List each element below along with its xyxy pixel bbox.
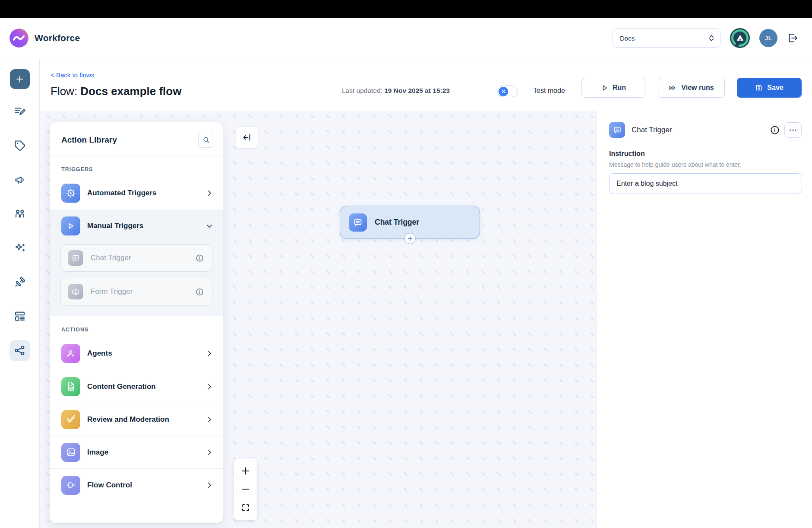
play-icon: [61, 216, 80, 235]
last-updated-label: Last updated:: [342, 87, 384, 94]
sidebar-item-integrations[interactable]: [9, 272, 30, 293]
category-flow-control[interactable]: Flow Control: [50, 468, 223, 501]
chevron-right-icon: [205, 416, 213, 423]
view-runs-button[interactable]: View runs: [658, 78, 725, 98]
megaphone-icon: [13, 173, 26, 186]
triggers-section-label: TRIGGERS: [50, 156, 223, 177]
info-icon[interactable]: [195, 254, 204, 263]
canvas-zoom-controls: [234, 458, 257, 520]
icon-sidebar: [0, 59, 40, 528]
user-avatar[interactable]: JL: [759, 29, 777, 47]
fast-forward-icon: [669, 84, 677, 92]
page-title-prefix: Flow:: [51, 85, 80, 98]
search-icon: [202, 136, 210, 144]
collapse-library-button[interactable]: [236, 126, 258, 149]
zoom-in-button[interactable]: [237, 463, 254, 479]
last-updated-value: 19 Nov 2025 at 15:23: [384, 87, 450, 94]
page-header: < Back to flows Flow: Docs example flow …: [40, 59, 812, 110]
sidebar-item-flows[interactable]: [9, 340, 30, 361]
chevron-right-icon: [205, 189, 213, 197]
action-library-title: Action Library: [61, 135, 198, 145]
app-header: Workforce Docs JL: [0, 18, 812, 58]
document-ai-icon: AI: [61, 377, 80, 396]
flow-gate-icon: [61, 476, 80, 495]
run-button[interactable]: Run: [581, 78, 645, 98]
sidebar-item-tags[interactable]: [9, 135, 30, 156]
plus-icon: [15, 74, 25, 84]
chat-bubble-icon: [609, 122, 625, 138]
header-actions: Docs JL: [613, 28, 799, 48]
minus-icon: [240, 484, 251, 494]
category-content-generation[interactable]: AI Content Generation: [50, 370, 223, 403]
sidebar-item-pages[interactable]: [9, 306, 30, 327]
category-label: Manual Triggers: [87, 222, 205, 230]
inspector-header: Chat Trigger: [609, 122, 802, 138]
category-label: Content Generation: [87, 382, 205, 391]
chevron-right-icon: [205, 383, 213, 391]
category-image[interactable]: Image: [50, 436, 223, 468]
add-node-connector[interactable]: [404, 233, 416, 244]
info-icon[interactable]: [195, 287, 204, 296]
chevron-right-icon: [205, 350, 213, 357]
flow-node-chat-trigger[interactable]: Chat Trigger: [340, 206, 480, 239]
instruction-field-label: Instruction: [609, 150, 802, 158]
gear-play-icon: [61, 184, 80, 203]
node-inspector-panel: Chat Trigger Instruction Message to help…: [597, 111, 812, 528]
drive-status-badge[interactable]: [730, 28, 750, 48]
instruction-input[interactable]: [609, 173, 802, 194]
ellipsis-icon: [789, 129, 797, 131]
test-mode-toggle[interactable]: [497, 86, 518, 97]
library-item-chat-trigger[interactable]: Chat Trigger: [60, 244, 212, 272]
back-to-flows-link[interactable]: < Back to flows: [51, 71, 94, 79]
brand-name: Workforce: [35, 33, 80, 43]
x-icon: [501, 89, 506, 94]
test-mode-label: Test mode: [533, 87, 565, 95]
chevron-down-icon: [205, 222, 213, 230]
node-more-button[interactable]: [784, 122, 802, 138]
category-label: Image: [87, 448, 205, 457]
action-library-panel: Action Library TRIGGERS Automated Trigge…: [50, 122, 223, 523]
toggle-knob: [499, 87, 508, 96]
sidebar-item-compose[interactable]: [9, 101, 30, 122]
manual-triggers-group: Manual Triggers Chat Trigger: [50, 210, 223, 316]
sidebar-item-audience[interactable]: [9, 204, 30, 224]
category-agents[interactable]: Agents: [50, 337, 223, 370]
instruction-field-help: Message to help guide users about what t…: [609, 161, 802, 168]
sparkles-icon: [13, 242, 26, 254]
workspace-select[interactable]: Docs: [613, 29, 720, 48]
view-runs-button-label: View runs: [681, 84, 714, 92]
agent-bolt-icon: [61, 344, 80, 363]
sidebar-item-ai[interactable]: [9, 238, 30, 258]
collapse-left-icon: [242, 132, 252, 143]
app-window: Workforce Docs JL: [0, 0, 812, 528]
category-label: Review and Moderation: [87, 415, 205, 424]
zoom-out-button[interactable]: [237, 481, 254, 497]
new-flow-button[interactable]: [10, 69, 30, 89]
category-label: Automated Triggers: [87, 189, 205, 197]
info-icon: [770, 125, 780, 135]
compose-icon: [13, 105, 26, 118]
category-automated-triggers[interactable]: Automated Triggers: [50, 177, 223, 210]
plus-icon: [408, 236, 413, 241]
category-manual-triggers[interactable]: Manual Triggers: [50, 210, 223, 242]
fit-view-icon: [240, 503, 251, 513]
library-item-form-trigger[interactable]: Form Trigger: [60, 278, 212, 305]
play-outline-icon: [601, 84, 608, 92]
sidebar-item-campaigns[interactable]: [9, 169, 30, 190]
category-label: Flow Control: [87, 481, 205, 490]
drive-icon: [736, 35, 744, 41]
save-button[interactable]: Save: [737, 78, 802, 98]
library-item-label: Chat Trigger: [91, 254, 195, 262]
node-info-button[interactable]: [769, 124, 781, 136]
fit-view-button[interactable]: [237, 499, 254, 516]
workforce-logo-icon: [9, 29, 28, 48]
svg-text:AI: AI: [70, 388, 72, 389]
flow-canvas[interactable]: Action Library TRIGGERS Automated Trigge…: [40, 111, 597, 528]
inspector-title: Chat Trigger: [632, 126, 769, 134]
double-check-icon: [61, 410, 80, 429]
library-search-button[interactable]: [198, 132, 214, 148]
category-review-moderation[interactable]: Review and Moderation: [50, 403, 223, 436]
plug-icon: [13, 276, 26, 289]
tag-icon: [13, 139, 26, 152]
logout-icon[interactable]: [787, 32, 799, 44]
